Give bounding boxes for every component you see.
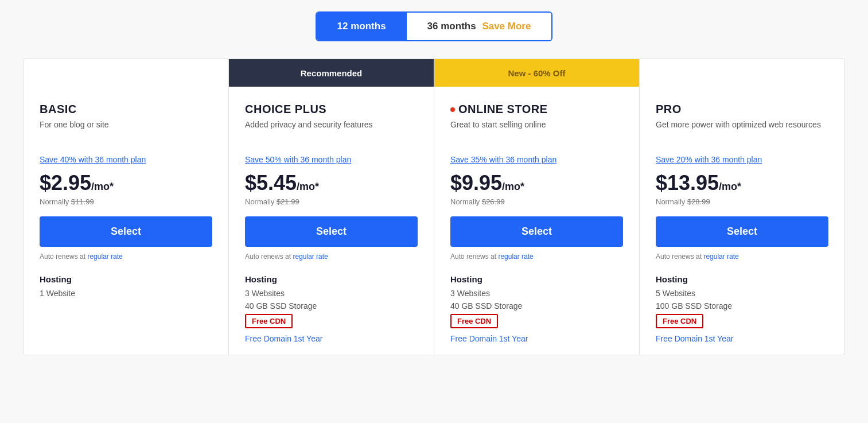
hosting-item-online-store: 3 Websites bbox=[450, 289, 623, 298]
plan-save-link-pro[interactable]: Save 20% with 36 month plan bbox=[656, 155, 828, 164]
page-wrapper: 12 months 36 months Save More BASICFor o… bbox=[0, 0, 868, 378]
plan-body-choice-plus: CHOICE PLUSAdded privacy and security fe… bbox=[229, 87, 434, 355]
plan-dot-icon bbox=[450, 107, 455, 112]
auto-renew-basic: Auto renews at regular rate bbox=[40, 253, 212, 261]
plan-desc-basic: For one blog or site bbox=[40, 119, 212, 142]
hosting-item-pro: 100 GB SSD Storage bbox=[656, 301, 828, 311]
plan-banner-pro bbox=[640, 59, 844, 87]
plan-banner-choice-plus: Recommended bbox=[229, 59, 434, 87]
plan-save-link-basic[interactable]: Save 40% with 36 month plan bbox=[40, 155, 212, 164]
free-cdn-badge-pro: Free CDN bbox=[656, 314, 703, 328]
hosting-label-pro: Hosting bbox=[656, 274, 828, 284]
plan-normal-price-online-store: Normally $26.99 bbox=[450, 197, 623, 206]
auto-renew-choice-plus: Auto renews at regular rate bbox=[245, 253, 418, 261]
plan-price-choice-plus: $5.45/mo* bbox=[245, 171, 418, 195]
plan-body-pro: PROGet more power with optimized web res… bbox=[640, 87, 844, 355]
toggle-36-label: 36 months bbox=[427, 21, 476, 32]
plan-save-link-online-store[interactable]: Save 35% with 36 month plan bbox=[450, 155, 623, 164]
plan-name-basic: BASIC bbox=[40, 103, 212, 116]
regular-rate-link-basic[interactable]: regular rate bbox=[87, 253, 122, 261]
plan-col-online-store: New - 60% OffONLINE STOREGreat to start … bbox=[434, 59, 640, 355]
plan-price-basic: $2.95/mo* bbox=[40, 171, 212, 195]
plans-container: BASICFor one blog or siteSave 40% with 3… bbox=[23, 59, 845, 355]
toggle-12months[interactable]: 12 months bbox=[317, 13, 407, 40]
hosting-section-pro: Hosting5 Websites100 GB SSD StorageFree … bbox=[656, 274, 828, 343]
free-domain-link-online-store[interactable]: Free Domain 1st Year bbox=[450, 334, 623, 343]
auto-renew-pro: Auto renews at regular rate bbox=[656, 253, 828, 261]
plan-save-link-choice-plus[interactable]: Save 50% with 36 month plan bbox=[245, 155, 418, 164]
select-button-choice-plus[interactable]: Select bbox=[245, 216, 418, 247]
free-domain-link-choice-plus[interactable]: Free Domain 1st Year bbox=[245, 334, 418, 343]
hosting-item-pro: 5 Websites bbox=[656, 289, 828, 298]
auto-renew-online-store: Auto renews at regular rate bbox=[450, 253, 623, 261]
plan-normal-price-pro: Normally $28.99 bbox=[656, 197, 828, 206]
hosting-section-basic: Hosting1 Website bbox=[40, 274, 212, 298]
save-more-label: Save More bbox=[482, 21, 531, 32]
plan-normal-price-basic: Normally $11.99 bbox=[40, 197, 212, 206]
plan-price-pro: $13.95/mo* bbox=[656, 171, 828, 195]
select-button-pro[interactable]: Select bbox=[656, 216, 828, 247]
hosting-item-choice-plus: 3 Websites bbox=[245, 289, 418, 298]
plan-desc-online-store: Great to start selling online bbox=[450, 119, 623, 142]
plan-col-pro: PROGet more power with optimized web res… bbox=[640, 59, 844, 355]
plan-name-choice-plus: CHOICE PLUS bbox=[245, 103, 418, 116]
select-button-basic[interactable]: Select bbox=[40, 216, 212, 247]
plan-col-basic: BASICFor one blog or siteSave 40% with 3… bbox=[24, 59, 229, 355]
plan-banner-basic bbox=[24, 59, 228, 87]
billing-toggle-wrapper: 12 months 36 months Save More bbox=[23, 11, 845, 41]
hosting-label-basic: Hosting bbox=[40, 274, 212, 284]
regular-rate-link-choice-plus[interactable]: regular rate bbox=[293, 253, 328, 261]
plan-banner-online-store: New - 60% Off bbox=[434, 59, 639, 87]
regular-rate-link-online-store[interactable]: regular rate bbox=[498, 253, 533, 261]
plan-name-online-store: ONLINE STORE bbox=[450, 103, 623, 116]
billing-toggle: 12 months 36 months Save More bbox=[316, 11, 553, 41]
hosting-section-choice-plus: Hosting3 Websites40 GB SSD StorageFree C… bbox=[245, 274, 418, 343]
plan-body-online-store: ONLINE STOREGreat to start selling onlin… bbox=[434, 87, 639, 355]
hosting-item-choice-plus: 40 GB SSD Storage bbox=[245, 301, 418, 311]
plan-normal-price-choice-plus: Normally $21.99 bbox=[245, 197, 418, 206]
hosting-item-online-store: 40 GB SSD Storage bbox=[450, 301, 623, 311]
plan-desc-pro: Get more power with optimized web resour… bbox=[656, 119, 828, 142]
hosting-item-basic: 1 Website bbox=[40, 289, 212, 298]
hosting-label-choice-plus: Hosting bbox=[245, 274, 418, 284]
plan-body-basic: BASICFor one blog or siteSave 40% with 3… bbox=[24, 87, 228, 313]
hosting-section-online-store: Hosting3 Websites40 GB SSD StorageFree C… bbox=[450, 274, 623, 343]
plan-col-choice-plus: RecommendedCHOICE PLUSAdded privacy and … bbox=[229, 59, 434, 355]
plan-desc-choice-plus: Added privacy and security features bbox=[245, 119, 418, 142]
select-button-online-store[interactable]: Select bbox=[450, 216, 623, 247]
hosting-label-online-store: Hosting bbox=[450, 274, 623, 284]
plan-price-online-store: $9.95/mo* bbox=[450, 171, 623, 195]
free-cdn-badge-online-store: Free CDN bbox=[450, 314, 498, 328]
regular-rate-link-pro[interactable]: regular rate bbox=[703, 253, 738, 261]
plan-name-pro: PRO bbox=[656, 103, 828, 116]
toggle-36months[interactable]: 36 months Save More bbox=[407, 13, 552, 40]
free-domain-link-pro[interactable]: Free Domain 1st Year bbox=[656, 334, 828, 343]
free-cdn-badge-choice-plus: Free CDN bbox=[245, 314, 293, 328]
